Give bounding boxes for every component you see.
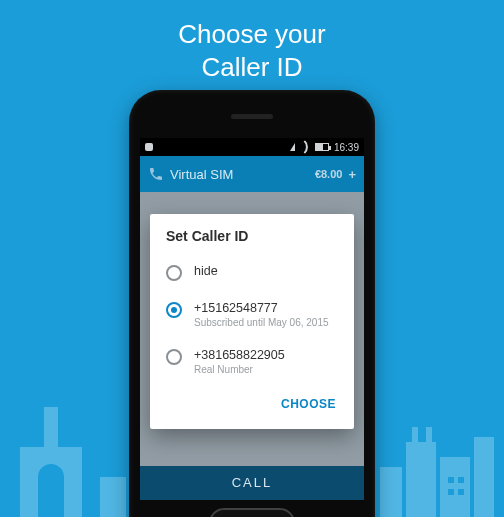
svg-rect-5 (380, 467, 402, 517)
radio-icon (166, 265, 182, 281)
phone-frame: 16:39 Virtual SIM €8.00 + Set Caller ID … (129, 90, 375, 517)
radio-icon (166, 302, 182, 318)
promo-line2: Caller ID (201, 52, 302, 82)
option-sublabel: Subscribed until May 06, 2015 (194, 317, 329, 328)
svg-rect-14 (458, 489, 464, 495)
svg-rect-11 (448, 477, 454, 483)
phone-icon (148, 166, 164, 182)
option-label: +381658822905 (194, 348, 285, 362)
svg-rect-13 (448, 489, 454, 495)
call-button[interactable]: CALL (140, 466, 364, 500)
status-bar: 16:39 (140, 138, 364, 156)
svg-rect-1 (72, 457, 82, 517)
balance-label: €8.00 (315, 168, 343, 180)
signal-icon (290, 143, 295, 151)
app-header: Virtual SIM €8.00 + (140, 156, 364, 192)
option-real-number[interactable]: +381658822905 Real Number (150, 338, 354, 385)
svg-rect-3 (44, 407, 58, 447)
svg-rect-0 (20, 457, 30, 517)
battery-icon (315, 143, 329, 151)
status-time: 16:39 (334, 142, 359, 153)
app-title: Virtual SIM (170, 167, 309, 182)
option-label: hide (194, 264, 218, 278)
radio-icon (166, 349, 182, 365)
promo-title: Choose your Caller ID (0, 0, 504, 83)
promo-line1: Choose your (178, 19, 325, 49)
choose-button[interactable]: CHOOSE (277, 391, 340, 417)
add-icon[interactable]: + (348, 167, 356, 182)
option-hide[interactable]: hide (150, 254, 354, 291)
option-sublabel: Real Number (194, 364, 285, 375)
option-label: +15162548777 (194, 301, 329, 315)
app-body: Set Caller ID hide +15162548777 Subscrib… (140, 192, 364, 500)
svg-rect-7 (412, 427, 418, 447)
svg-rect-2 (20, 447, 82, 461)
option-virtual-number[interactable]: +15162548777 Subscribed until May 06, 20… (150, 291, 354, 338)
notification-icon (145, 143, 153, 151)
caller-id-dialog: Set Caller ID hide +15162548777 Subscrib… (150, 214, 354, 429)
svg-rect-10 (474, 437, 494, 517)
svg-rect-9 (440, 457, 470, 517)
wifi-icon (300, 142, 310, 152)
svg-rect-4 (100, 477, 126, 517)
svg-rect-6 (406, 442, 436, 517)
svg-rect-12 (458, 477, 464, 483)
dialog-title: Set Caller ID (150, 228, 354, 254)
phone-screen: 16:39 Virtual SIM €8.00 + Set Caller ID … (140, 138, 364, 500)
svg-rect-8 (426, 427, 432, 447)
